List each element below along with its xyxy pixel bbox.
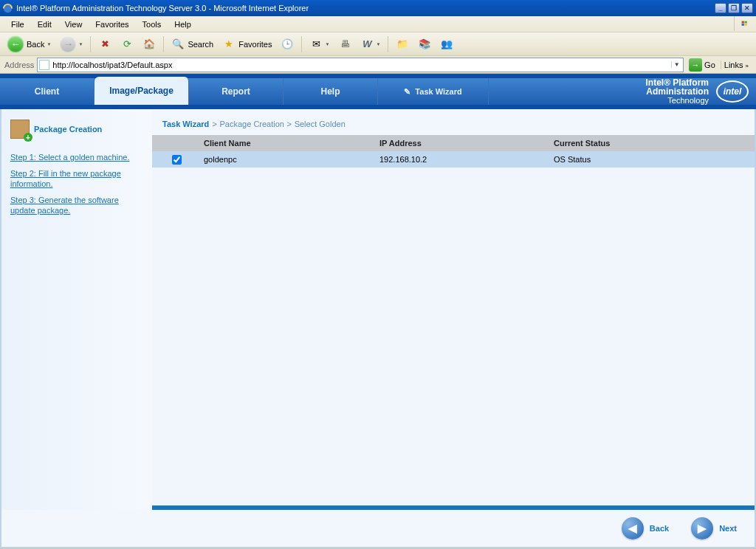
folder-button[interactable]: 📁 — [393, 36, 412, 52]
crumb-l1: Package Creation — [220, 120, 284, 128]
back-button[interactable]: ← Back ▼ — [4, 35, 54, 54]
step2-link[interactable]: Step 2: Fill in the new package informat… — [10, 168, 143, 189]
branding: Intel® Platform Administration Technolog… — [645, 78, 756, 105]
menubar: File Edit View Favorites Tools Help — [0, 16, 756, 32]
main: Task Wizard > Package Creation > Select … — [152, 109, 755, 510]
go-button[interactable]: → Go — [687, 58, 718, 72]
search-icon: 🔍 — [171, 38, 185, 51]
package-icon — [10, 120, 30, 139]
back-nav-label: Back — [650, 524, 669, 533]
messenger-icon: 👥 — [440, 38, 453, 51]
forward-button[interactable]: → ▼ — [57, 35, 86, 54]
maximize-button[interactable]: ❐ — [728, 3, 740, 13]
minimize-button[interactable]: _ — [715, 3, 726, 13]
next-nav-button[interactable]: ▶ Next — [691, 517, 737, 539]
history-icon: 🕒 — [281, 38, 294, 51]
messenger-button[interactable]: 👥 — [437, 36, 456, 52]
sidebar-title: Package Creation — [34, 125, 102, 134]
client-table: Client Name IP Address Current Status go… — [152, 135, 755, 168]
print-icon: 🖶 — [338, 38, 351, 51]
next-circle-icon: ▶ — [691, 517, 713, 539]
research-button[interactable]: 📚 — [415, 36, 434, 52]
stop-button[interactable]: ✖ — [95, 36, 114, 52]
cell-ip: 192.168.10.2 — [377, 155, 551, 164]
close-button[interactable]: ✕ — [741, 3, 753, 13]
wand-icon: ✎ — [404, 87, 410, 97]
window-title: Intel® Platform Administration Technolog… — [16, 4, 714, 13]
address-url: http://localhost/ipat3/Default.aspx — [49, 61, 671, 69]
menu-tools[interactable]: Tools — [136, 20, 168, 29]
mail-icon: ✉ — [309, 38, 323, 51]
sidebar: Package Creation Step 1: Select a golden… — [1, 109, 152, 510]
separator — [388, 36, 388, 52]
nav-task-wizard[interactable]: ✎ Task Wizard — [378, 78, 489, 105]
links-button[interactable]: Links » — [721, 61, 752, 69]
back-circle-icon: ◀ — [622, 517, 644, 539]
toolbar: ← Back ▼ → ▼ ✖ ⟳ 🏠 🔍 Search ★ Favorites … — [0, 32, 756, 56]
step3-link[interactable]: Step 3: Generate the software update pac… — [10, 195, 143, 215]
folder-icon: 📁 — [396, 38, 409, 51]
next-nav-label: Next — [719, 524, 737, 533]
favorites-label: Favorites — [238, 40, 272, 49]
breadcrumb: Task Wizard > Package Creation > Select … — [152, 109, 755, 135]
intel-logo-icon: intel — [716, 80, 749, 103]
header-client-name[interactable]: Client Name — [201, 139, 377, 148]
back-label: Back — [27, 40, 44, 49]
step1-link[interactable]: Step 1: Select a golden machine. — [10, 152, 143, 162]
content: Package Creation Step 1: Select a golden… — [0, 109, 756, 510]
chevron-down-icon: ▼ — [325, 42, 329, 46]
menu-edit[interactable]: Edit — [31, 20, 58, 29]
crumb-l2: Select Golden — [295, 120, 346, 128]
go-label: Go — [704, 61, 715, 69]
nav-image-package[interactable]: Image/Package — [94, 77, 189, 105]
nav-task-wizard-label: Task Wizard — [415, 87, 461, 96]
links-label: Links — [724, 61, 743, 69]
favorites-button[interactable]: ★ Favorites — [219, 36, 275, 52]
forward-arrow-icon: → — [60, 36, 76, 52]
nav-client[interactable]: Client — [0, 78, 94, 105]
menu-favorites[interactable]: Favorites — [89, 20, 135, 29]
nav-report[interactable]: Report — [189, 78, 284, 105]
refresh-icon: ⟳ — [120, 38, 134, 51]
search-button[interactable]: 🔍 Search — [168, 36, 216, 52]
ie-icon — [2, 3, 13, 14]
divider-band — [152, 505, 755, 510]
cell-status: OS Status — [551, 155, 755, 164]
row-checkbox[interactable] — [172, 155, 182, 165]
home-button[interactable]: 🏠 — [140, 36, 159, 52]
search-label: Search — [188, 40, 213, 49]
chevron-down-icon: ▼ — [78, 42, 83, 46]
back-arrow-icon: ← — [7, 36, 24, 52]
word-icon: W — [360, 38, 374, 51]
address-field[interactable]: http://localhost/ipat3/Default.aspx ▼ — [37, 58, 684, 72]
menu-view[interactable]: View — [58, 20, 89, 29]
svg-rect-4 — [745, 24, 747, 26]
back-nav-button[interactable]: ◀ Back — [622, 517, 669, 539]
titlebar: Intel® Platform Administration Technolog… — [0, 0, 756, 16]
cell-client-name: goldenpc — [201, 155, 377, 164]
header-ip-address[interactable]: IP Address — [377, 139, 551, 148]
table-row[interactable]: goldenpc 192.168.10.2 OS Status — [152, 151, 755, 168]
footer-nav: ◀ Back ▶ Next — [0, 510, 756, 548]
mail-button[interactable]: ✉▼ — [306, 36, 332, 52]
history-button[interactable]: 🕒 — [278, 36, 297, 52]
research-icon: 📚 — [418, 38, 431, 51]
print-button[interactable]: 🖶 — [335, 36, 354, 52]
table-header: Client Name IP Address Current Status — [152, 135, 755, 151]
menu-file[interactable]: File — [4, 20, 31, 29]
brand-line2: Administration — [646, 86, 709, 97]
separator — [301, 36, 302, 52]
brand-line3: Technology — [645, 96, 709, 105]
home-icon: 🏠 — [142, 38, 156, 51]
refresh-button[interactable]: ⟳ — [117, 36, 137, 52]
dropdown-icon[interactable]: ▼ — [671, 61, 681, 68]
windows-flag-icon — [734, 16, 755, 31]
chevron-down-icon: ▼ — [376, 42, 380, 46]
menu-help[interactable]: Help — [168, 20, 198, 29]
edit-button[interactable]: W▼ — [357, 36, 383, 52]
star-icon: ★ — [222, 38, 236, 51]
nav-help[interactable]: Help — [284, 78, 378, 105]
header-current-status[interactable]: Current Status — [551, 139, 755, 148]
addressbar: Address http://localhost/ipat3/Default.a… — [0, 56, 756, 74]
app-nav: Client Image/Package Report Help ✎ Task … — [0, 74, 756, 109]
